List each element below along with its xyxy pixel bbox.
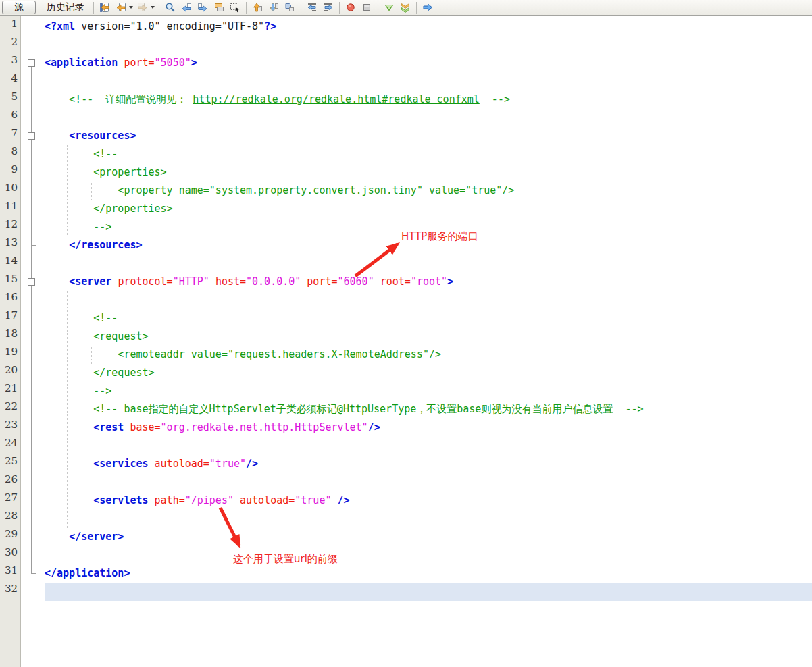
- fold-end-tick: [31, 537, 36, 537]
- current-line-highlight: [45, 583, 812, 601]
- code-line[interactable]: <property name="system.property.convert.…: [45, 182, 514, 200]
- code-token-val: "true": [295, 494, 331, 506]
- tab-history[interactable]: 历史记录: [41, 1, 91, 14]
- code-editor[interactable]: 1234567891011121314151617181920212223242…: [0, 16, 812, 667]
- code-token-val: "6060": [338, 275, 374, 288]
- fold-collapse-box[interactable]: [28, 132, 35, 140]
- toolbar-separator: [246, 2, 247, 14]
- shift-line-right-button[interactable]: [320, 1, 336, 15]
- code-line[interactable]: <!--: [45, 309, 118, 327]
- code-token-plain: [301, 275, 307, 288]
- line-number: 16: [0, 291, 18, 309]
- code-token-plain: [149, 494, 155, 506]
- line-number: 32: [0, 583, 18, 601]
- forward-icon: [137, 2, 148, 13]
- code-token-plain: [234, 494, 240, 506]
- line-number: 15: [0, 273, 18, 291]
- code-line[interactable]: <remoteaddr value="request.headers.X-Rem…: [45, 346, 441, 364]
- code-token-val: "5050": [155, 57, 191, 69]
- code-token-tag: <server: [69, 275, 111, 288]
- code-token-attr: path=: [155, 494, 185, 506]
- fold-collapse-box[interactable]: [28, 278, 35, 286]
- line-number: 2: [0, 36, 18, 54]
- tab-source[interactable]: 源: [2, 1, 36, 14]
- code-token-tag: />: [368, 421, 380, 433]
- stop-macro-recording-button[interactable]: [359, 1, 375, 15]
- shift-line-right-icon: [323, 2, 334, 13]
- code-line[interactable]: </application>: [45, 564, 130, 583]
- toolbar-separator: [339, 2, 340, 14]
- code-token-plain: [209, 275, 215, 288]
- code-line[interactable]: <rest base="org.redkale.net.http.HttpSer…: [45, 419, 380, 437]
- collapse-all-folds-icon: [400, 2, 411, 13]
- code-line[interactable]: <servlets path="/pipes" autoload="true" …: [45, 491, 350, 510]
- expand-fold-button[interactable]: [381, 1, 397, 15]
- code-line[interactable]: </properties>: [45, 200, 173, 218]
- code-token-plain: [149, 458, 155, 470]
- find-previous-button[interactable]: [178, 1, 195, 15]
- code-token-plain: [45, 494, 93, 506]
- code-line[interactable]: <?xml version="1.0" encoding="UTF-8"?>: [45, 18, 276, 36]
- toggle-highlight-search-button[interactable]: [211, 1, 227, 15]
- code-token-tag: <?xml: [45, 20, 75, 32]
- find-selection-button[interactable]: [162, 1, 178, 15]
- code-line[interactable]: <services autoload="true"/>: [45, 455, 258, 473]
- code-token-attr: protocol=: [118, 275, 172, 288]
- find-next-button[interactable]: [195, 1, 211, 15]
- shift-line-left-button[interactable]: [304, 1, 320, 15]
- line-number: 25: [0, 455, 18, 473]
- code-token-comment: <remoteaddr value="request.headers.X-Rem…: [45, 348, 441, 361]
- code-line[interactable]: </request>: [45, 364, 155, 382]
- hyperlink[interactable]: http://redkale.org/redkale.html#redkale_…: [193, 93, 479, 105]
- next-bookmark-button[interactable]: [265, 1, 282, 15]
- fold-end-tick: [31, 245, 36, 246]
- back-button[interactable]: [113, 1, 129, 15]
- toggle-rectangular-selection-button[interactable]: [227, 1, 243, 15]
- code-token-comment: -->: [45, 221, 111, 233]
- collapse-all-folds-button[interactable]: [397, 1, 413, 15]
- fold-collapse-box[interactable]: [28, 59, 35, 67]
- code-line[interactable]: <!-- 详细配置说明见： http://redkale.org/redkale…: [45, 90, 510, 109]
- toggle-bookmark-button[interactable]: [282, 1, 298, 15]
- code-line[interactable]: <properties>: [45, 163, 167, 182]
- code-line[interactable]: <!--: [45, 145, 118, 163]
- code-token-attr: host=: [215, 275, 246, 288]
- line-number: 22: [0, 400, 18, 419]
- line-number-gutter: 1234567891011121314151617181920212223242…: [0, 16, 21, 667]
- code-token-plain: [45, 421, 93, 433]
- code-line[interactable]: <server protocol="HTTP" host="0.0.0.0" p…: [45, 273, 453, 291]
- line-number: 27: [0, 491, 18, 510]
- code-line[interactable]: </resources>: [45, 236, 143, 255]
- line-number: 21: [0, 382, 18, 400]
- toolbar-separator: [416, 2, 417, 14]
- start-macro-recording-button[interactable]: [342, 1, 359, 15]
- last-edit-location-button[interactable]: [97, 1, 113, 15]
- code-token-plain: [45, 275, 69, 288]
- code-token-val: "/pipes": [185, 494, 234, 506]
- code-line[interactable]: -->: [45, 218, 111, 236]
- code-token-comment: </properties>: [45, 203, 173, 215]
- code-line[interactable]: </server>: [45, 528, 124, 546]
- code-token-attr: autoload=: [155, 458, 209, 470]
- code-token-comment: <property name="system.property.convert.…: [45, 184, 514, 196]
- code-line[interactable]: <application port="5050">: [45, 54, 197, 72]
- code-token-tag: <application: [45, 57, 118, 69]
- code-line[interactable]: <resources>: [45, 127, 136, 145]
- code-line[interactable]: <!-- base指定的自定义HttpServlet子类必须标记@HttpUse…: [45, 400, 644, 419]
- previous-bookmark-button[interactable]: [249, 1, 265, 15]
- go-forward-button[interactable]: [420, 1, 436, 15]
- code-token-comment: <!-- base指定的自定义HttpServlet子类必须标记@HttpUse…: [45, 403, 644, 415]
- toggle-rectangular-selection-icon: [230, 2, 240, 13]
- code-line[interactable]: -->: [45, 382, 111, 400]
- start-macro-recording-icon: [345, 2, 356, 13]
- dropdown-caret-icon[interactable]: [129, 6, 133, 9]
- code-token-tag: <servlets: [93, 494, 148, 506]
- code-line[interactable]: <request>: [45, 327, 149, 346]
- code-token-tag: <rest: [93, 421, 124, 433]
- code-token-tag: />: [338, 494, 350, 506]
- indent-guide: [43, 72, 43, 564]
- editor-toolbar: 源 历史记录: [0, 0, 812, 16]
- code-token-comment: -->: [480, 93, 510, 105]
- line-number: 26: [0, 473, 18, 491]
- line-number: 23: [0, 419, 18, 437]
